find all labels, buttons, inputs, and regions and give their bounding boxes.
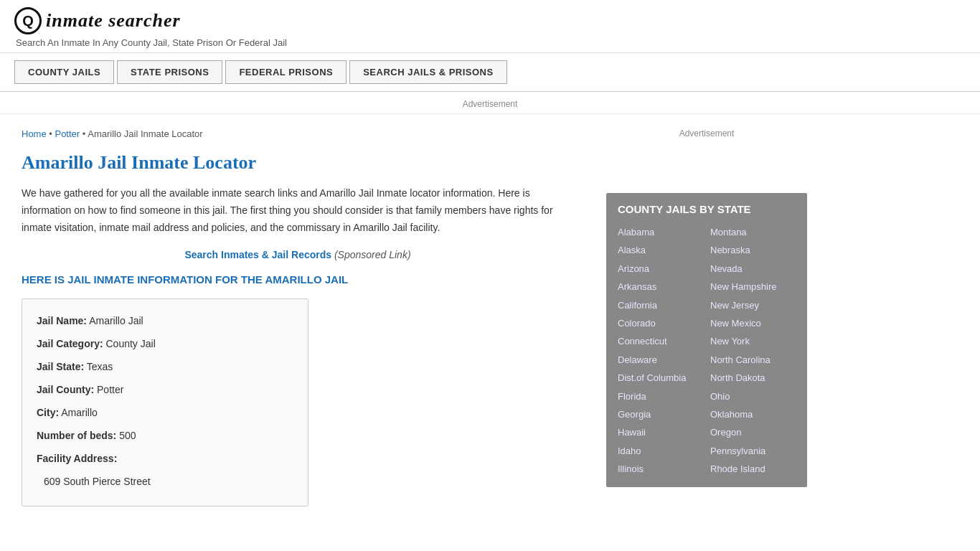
description: We have gathered for you all the availab…: [22, 185, 574, 236]
state-link[interactable]: Florida: [618, 388, 703, 405]
sidebar-ad: Advertisement: [606, 121, 807, 193]
breadcrumb-home[interactable]: Home: [22, 128, 47, 139]
jail-beds-value: 500: [119, 430, 136, 441]
state-link[interactable]: Dist.of Columbia: [618, 369, 703, 386]
state-link[interactable]: Idaho: [618, 443, 703, 459]
nav-state-prisons[interactable]: STATE PRISONS: [117, 60, 222, 84]
state-link[interactable]: Nevada: [710, 260, 796, 277]
state-link[interactable]: Oklahoma: [710, 406, 796, 423]
jail-city-row: City: Amarillo: [37, 402, 293, 423]
state-link[interactable]: Nebraska: [710, 242, 796, 258]
jail-state-label: Jail State:: [37, 361, 84, 372]
states-grid: AlabamaMontanaAlaskaNebraskaArizonaNevad…: [618, 224, 796, 477]
ad-banner: Advertisement: [0, 92, 980, 114]
site-name: inmate searcher: [46, 10, 181, 32]
jail-city-value: Amarillo: [61, 407, 98, 418]
state-link[interactable]: Arizona: [618, 260, 703, 277]
nav-bar: COUNTY JAILS STATE PRISONS FEDERAL PRISO…: [0, 53, 980, 92]
nav-search-jails[interactable]: SEARCH JAILS & PRISONS: [349, 60, 507, 84]
jail-county-value: Potter: [97, 384, 123, 395]
jail-name-value: Amarillo Jail: [89, 315, 143, 326]
jail-name-label: Jail Name:: [37, 315, 87, 326]
state-link[interactable]: Pennsylvania: [710, 443, 796, 459]
state-link[interactable]: Georgia: [618, 406, 703, 423]
state-link[interactable]: New York: [710, 333, 796, 349]
nav-county-jails[interactable]: COUNTY JAILS: [14, 60, 114, 84]
state-link[interactable]: Montana: [710, 224, 796, 240]
logo-area: Q inmate searcher: [14, 7, 966, 34]
header: Q inmate searcher Search An Inmate In An…: [0, 0, 980, 53]
jail-category-label: Jail Category:: [37, 338, 103, 349]
jail-city-label: City:: [37, 407, 59, 418]
state-link[interactable]: Alabama: [618, 224, 703, 240]
sidebar: Advertisement COUNTY JAILS BY STATE Alab…: [595, 114, 818, 521]
sponsored-label: (Sponsored Link): [334, 249, 411, 260]
jail-state-value: Texas: [87, 361, 113, 372]
breadcrumb-parent[interactable]: Potter: [55, 128, 80, 139]
state-link[interactable]: New Hampshire: [710, 278, 796, 295]
state-link[interactable]: Colorado: [618, 315, 703, 331]
jail-category-value: County Jail: [105, 338, 155, 349]
state-link[interactable]: Alaska: [618, 242, 703, 258]
breadcrumb: Home • Potter • Amarillo Jail Inmate Loc…: [22, 128, 574, 139]
jail-beds-row: Number of beds: 500: [37, 425, 293, 446]
jail-info-box: Jail Name: Amarillo Jail Jail Category: …: [22, 298, 308, 507]
jail-address-value: 609 South Pierce Street: [44, 476, 151, 487]
state-link[interactable]: Illinois: [618, 461, 703, 477]
main-layout: Home • Potter • Amarillo Jail Inmate Loc…: [0, 114, 980, 521]
jail-county-label: Jail County:: [37, 384, 94, 395]
state-link[interactable]: Connecticut: [618, 333, 703, 349]
jail-category-row: Jail Category: County Jail: [37, 334, 293, 354]
nav-federal-prisons[interactable]: FEDERAL PRISONS: [225, 60, 347, 84]
state-link[interactable]: California: [618, 297, 703, 314]
state-link[interactable]: New Jersey: [710, 297, 796, 314]
jail-address-value-row: 609 South Pierce Street: [44, 471, 293, 491]
state-link[interactable]: North Carolina: [710, 352, 796, 368]
logo-icon: Q: [14, 7, 42, 34]
county-jails-by-state: COUNTY JAILS BY STATE AlabamaMontanaAlas…: [606, 193, 807, 487]
jail-address-row: Facility Address:: [37, 448, 293, 468]
state-link[interactable]: Arkansas: [618, 278, 703, 295]
state-link[interactable]: Hawaii: [618, 424, 703, 441]
sponsored-link[interactable]: Search Inmates & Jail Records: [184, 249, 331, 260]
state-link[interactable]: Oregon: [710, 424, 796, 441]
sponsored-link-container: Search Inmates & Jail Records (Sponsored…: [22, 249, 574, 260]
state-link[interactable]: Delaware: [618, 352, 703, 368]
jail-county-row: Jail County: Potter: [37, 380, 293, 400]
state-link[interactable]: Ohio: [710, 388, 796, 405]
section-heading: HERE IS JAIL INMATE INFORMATION FOR THE …: [22, 273, 574, 286]
page-title: Amarillo Jail Inmate Locator: [22, 152, 574, 174]
state-link[interactable]: New Mexico: [710, 315, 796, 331]
jail-address-label: Facility Address:: [37, 453, 117, 464]
main-content: Home • Potter • Amarillo Jail Inmate Loc…: [0, 114, 595, 521]
jail-beds-label: Number of beds:: [37, 430, 116, 441]
jail-name-row: Jail Name: Amarillo Jail: [37, 311, 293, 331]
breadcrumb-current: Amarillo Jail Inmate Locator: [88, 128, 202, 139]
state-link[interactable]: North Dakota: [710, 369, 796, 386]
state-link[interactable]: Rhode Island: [710, 461, 796, 477]
county-jails-title: COUNTY JAILS BY STATE: [618, 203, 796, 215]
jail-state-row: Jail State: Texas: [37, 357, 293, 377]
tagline: Search An Inmate In Any County Jail, Sta…: [16, 37, 966, 48]
